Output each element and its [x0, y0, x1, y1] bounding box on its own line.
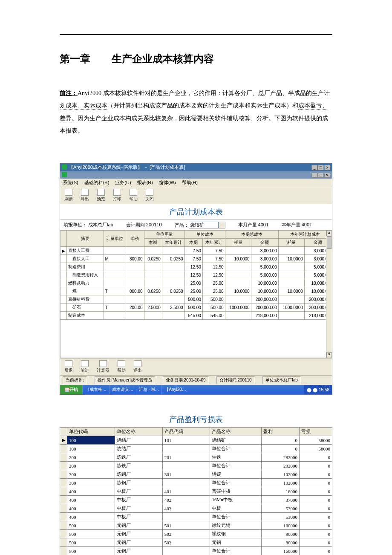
table-row: 400中板厂403中板530000 [60, 504, 332, 513]
door-icon [146, 189, 153, 196]
app-window: 【Anyi2000成本核算系统–演示版】 － [产品计划成本表] _□× _□×… [60, 163, 332, 395]
report-title: 产品计划成本表 [60, 204, 332, 220]
minimize-icon: _ [311, 165, 317, 170]
taskbar-item[interactable]: 《成本核… [82, 385, 109, 394]
app-icon [62, 165, 67, 170]
pl-title: 产品盈利亏损表 [60, 412, 332, 427]
table-row: 100烧结厂单位合计058000 [60, 445, 332, 453]
maximize-icon: □ [318, 165, 324, 170]
mdi-titlebar: _□× [60, 171, 332, 179]
taskbar-item[interactable]: 【Anyi20… [161, 385, 189, 394]
menu-base: 基础资料(B) [84, 179, 110, 186]
help-button2[interactable]: 帮助 [117, 360, 126, 373]
table-row: 400中板厂401普碳中板160000 [60, 487, 332, 496]
table-row: 300炼钢厂单位合计1020000 [60, 479, 332, 487]
menubar[interactable]: 系统(S) 基础资料(B) 业务(U) 报表(R) 窗体(W) 帮助(H) [60, 179, 332, 187]
table-row: 制造费用12.5012.505,000.005,000.00 [61, 263, 332, 271]
table-row: 直接人工M300.000.02500.02507.507.5010.00003,… [61, 255, 332, 263]
arrow-right-icon [81, 360, 89, 367]
help-icon [130, 189, 137, 196]
help-button[interactable]: 帮助 [129, 189, 138, 202]
preview-button[interactable]: 预览 [97, 189, 105, 202]
product-input[interactable] [189, 222, 219, 228]
start-button[interactable]: 🪟 开始 [60, 385, 82, 394]
tray-icon: ⬤ [313, 387, 317, 392]
print-icon [113, 189, 121, 196]
export-icon [81, 189, 89, 196]
menu-system: 系统(S) [63, 179, 78, 186]
calc-button[interactable]: 计算器 [97, 360, 110, 373]
export-button[interactable]: 导出 [81, 189, 89, 202]
table-row: ▶100烧结厂101烧结矿058000 [60, 436, 332, 445]
arrow-left-icon [65, 360, 72, 367]
menu-window: 窗体(W) [159, 179, 176, 186]
preview-icon [97, 189, 105, 196]
table-row: 200炼铁厂单位合计2820000 [60, 462, 332, 470]
table-row: 燃料及动力25.0025.0010,000.0010,000.00 [61, 279, 332, 287]
table-row: ▶直接人工费7.507.503,000.003,000.00 [61, 247, 332, 255]
table-row: 500元钢厂单位合计1600000 [60, 547, 332, 555]
table-row: 500元钢厂503元钢800000 [60, 538, 332, 547]
table-row: 500元钢厂502螺纹钢800000 [60, 530, 332, 538]
statusbar: 当前操作: 操作员:[Manager]成本管理员 业务日期:2001-10-09… [60, 375, 332, 385]
taskbar-item[interactable]: 成本讲义… [109, 385, 136, 394]
menu-biz: 业务(U) [115, 179, 131, 186]
back-button[interactable]: 后退 [64, 360, 73, 373]
tray-icon: ⬤ [307, 387, 311, 392]
table-row: 直接材料费500.00500.00200,000.00200,000.00 [61, 295, 332, 304]
chapter-title: 第一章生产企业成本核算内容 [60, 52, 332, 66]
table-row: 矿石T200.002.50002.5000500.00500.001000.00… [61, 304, 332, 312]
cost-grid[interactable]: 摘要计量单位单价 单位用量单位成本本期总成本本年累计总成本 本期本年累计本期本年… [60, 230, 332, 358]
intro-paragraph: 前注：Anyi2000 成本核算软件针对的是生产企业，它的作用：计算各分厂、总厂… [60, 87, 332, 137]
report-meta: 填报单位： 成本总厂lab 会计期间 200110 产品： 本月产量 400T … [60, 220, 332, 231]
close-button[interactable]: 关闭 [145, 189, 154, 202]
print-button[interactable]: 打印 [113, 189, 121, 202]
titlebar: 【Anyi2000成本核算系统–演示版】 － [产品计划成本表] _□× [60, 163, 332, 171]
menu-report: 报表(R) [137, 179, 153, 186]
taskbar-item[interactable]: 汇总 - M… [136, 385, 161, 394]
table-row: 500元钢厂501螺纹元钢1600000 [60, 521, 332, 530]
calculator-icon [99, 360, 107, 367]
table-row: 制造费用转入12.5012.505,000.005,000.00 [61, 271, 332, 279]
bottom-toolbar: 后退 前进 计算器 帮助 退出 [60, 358, 332, 375]
scrollbar[interactable]: ▲▼ [326, 230, 332, 358]
close-icon: × [324, 165, 330, 170]
window-controls[interactable]: _□× [311, 165, 330, 170]
table-row: 400中板厂40216Mn中板370000 [60, 496, 332, 504]
help-icon [118, 360, 125, 367]
refresh-button[interactable]: 刷新 [64, 189, 73, 202]
doc-icon [62, 172, 67, 177]
exit-button[interactable]: 退出 [133, 360, 142, 373]
table-row: 制造成本545.00545.00218,000.00218,000.00 [61, 312, 332, 320]
clock: 15:58 [319, 387, 329, 392]
pl-table[interactable]: 单位代码单位名称产品代码产品名称盈利亏损▶100烧结厂101烧结矿0580001… [60, 427, 332, 555]
forward-button[interactable]: 前进 [81, 360, 89, 373]
window-title: 【Anyi2000成本核算系统–演示版】 － [产品计划成本表] [69, 164, 311, 171]
table-row: 300炼钢厂301钢锭1020000 [60, 470, 332, 479]
lookup-button[interactable] [219, 222, 225, 228]
exit-icon [134, 360, 141, 367]
table-row: 400中板厂单位合计530000 [60, 513, 332, 521]
refresh-icon [65, 189, 72, 196]
taskbar[interactable]: 🪟 开始 《成本核… 成本讲义… 汇总 - M… 【Anyi20… ⬤⬤15:5… [60, 385, 332, 394]
system-tray[interactable]: ⬤⬤15:58 [304, 385, 332, 394]
table-row: 200炼铁厂201生铁2820000 [60, 453, 332, 462]
menu-help: 帮助(H) [182, 179, 198, 186]
toolbar: 刷新 导出 预览 打印 帮助 关闭 [60, 187, 332, 204]
table-row: 煤T000.000.02500.025025.0025.0010.000010,… [61, 287, 332, 295]
